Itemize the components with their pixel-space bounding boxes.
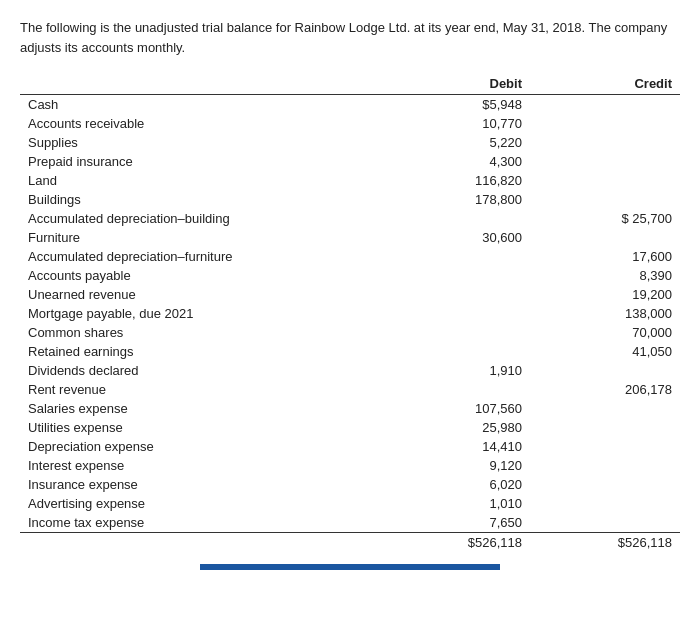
row-debit bbox=[380, 209, 530, 228]
row-label: Accumulated depreciation–building bbox=[20, 209, 380, 228]
table-row: Unearned revenue19,200 bbox=[20, 285, 680, 304]
row-label: Supplies bbox=[20, 133, 380, 152]
row-credit bbox=[530, 475, 680, 494]
row-credit bbox=[530, 399, 680, 418]
row-label: Prepaid insurance bbox=[20, 152, 380, 171]
row-label: Common shares bbox=[20, 323, 380, 342]
row-credit bbox=[530, 361, 680, 380]
row-credit bbox=[530, 114, 680, 133]
table-row: Dividends declared1,910 bbox=[20, 361, 680, 380]
totals-credit: $526,118 bbox=[530, 533, 680, 553]
row-label: Dividends declared bbox=[20, 361, 380, 380]
table-row: Furniture30,600 bbox=[20, 228, 680, 247]
row-label: Unearned revenue bbox=[20, 285, 380, 304]
table-row: Supplies5,220 bbox=[20, 133, 680, 152]
table-row: Utilities expense25,980 bbox=[20, 418, 680, 437]
row-credit bbox=[530, 171, 680, 190]
row-debit: 10,770 bbox=[380, 114, 530, 133]
row-debit: 5,220 bbox=[380, 133, 530, 152]
row-debit: 107,560 bbox=[380, 399, 530, 418]
row-debit: 25,980 bbox=[380, 418, 530, 437]
table-row: Cash$5,948 bbox=[20, 95, 680, 115]
row-label: Insurance expense bbox=[20, 475, 380, 494]
row-credit bbox=[530, 437, 680, 456]
row-label: Cash bbox=[20, 95, 380, 115]
row-label: Interest expense bbox=[20, 456, 380, 475]
row-credit: 8,390 bbox=[530, 266, 680, 285]
row-debit: 178,800 bbox=[380, 190, 530, 209]
table-row: Accounts receivable10,770 bbox=[20, 114, 680, 133]
row-label: Accumulated depreciation–furniture bbox=[20, 247, 380, 266]
row-label: Furniture bbox=[20, 228, 380, 247]
row-debit bbox=[380, 323, 530, 342]
table-row: Accumulated depreciation–building$ 25,70… bbox=[20, 209, 680, 228]
table-row: Advertising expense1,010 bbox=[20, 494, 680, 513]
row-debit bbox=[380, 247, 530, 266]
table-row: Interest expense9,120 bbox=[20, 456, 680, 475]
col-header-credit: Credit bbox=[530, 73, 680, 95]
row-label: Depreciation expense bbox=[20, 437, 380, 456]
intro-text: The following is the unadjusted trial ba… bbox=[20, 18, 680, 57]
row-credit bbox=[530, 494, 680, 513]
totals-row: $526,118 $526,118 bbox=[20, 533, 680, 553]
row-label: Accounts receivable bbox=[20, 114, 380, 133]
row-debit: 116,820 bbox=[380, 171, 530, 190]
row-debit: 30,600 bbox=[380, 228, 530, 247]
row-label: Utilities expense bbox=[20, 418, 380, 437]
table-row: Income tax expense7,650 bbox=[20, 513, 680, 533]
row-debit: 4,300 bbox=[380, 152, 530, 171]
table-row: Accumulated depreciation–furniture17,600 bbox=[20, 247, 680, 266]
table-row: Depreciation expense14,410 bbox=[20, 437, 680, 456]
row-credit: 17,600 bbox=[530, 247, 680, 266]
row-credit bbox=[530, 456, 680, 475]
table-row: Mortgage payable, due 2021138,000 bbox=[20, 304, 680, 323]
row-credit bbox=[530, 228, 680, 247]
row-debit bbox=[380, 285, 530, 304]
row-label: Buildings bbox=[20, 190, 380, 209]
row-credit: $ 25,700 bbox=[530, 209, 680, 228]
table-row: Accounts payable8,390 bbox=[20, 266, 680, 285]
row-credit bbox=[530, 95, 680, 115]
table-row: Buildings178,800 bbox=[20, 190, 680, 209]
row-label: Retained earnings bbox=[20, 342, 380, 361]
totals-debit: $526,118 bbox=[380, 533, 530, 553]
table-row: Prepaid insurance4,300 bbox=[20, 152, 680, 171]
row-credit: 206,178 bbox=[530, 380, 680, 399]
trial-balance-table: Debit Credit Cash$5,948Accounts receivab… bbox=[20, 73, 680, 552]
row-label: Mortgage payable, due 2021 bbox=[20, 304, 380, 323]
row-debit: $5,948 bbox=[380, 95, 530, 115]
row-label: Land bbox=[20, 171, 380, 190]
row-debit bbox=[380, 266, 530, 285]
row-credit bbox=[530, 513, 680, 533]
col-header-label bbox=[20, 73, 380, 95]
table-row: Land116,820 bbox=[20, 171, 680, 190]
row-debit bbox=[380, 380, 530, 399]
row-debit: 1,910 bbox=[380, 361, 530, 380]
table-row: Retained earnings41,050 bbox=[20, 342, 680, 361]
row-debit: 7,650 bbox=[380, 513, 530, 533]
row-debit: 9,120 bbox=[380, 456, 530, 475]
row-debit bbox=[380, 304, 530, 323]
row-credit: 41,050 bbox=[530, 342, 680, 361]
row-credit: 70,000 bbox=[530, 323, 680, 342]
table-row: Insurance expense6,020 bbox=[20, 475, 680, 494]
row-credit: 138,000 bbox=[530, 304, 680, 323]
row-credit bbox=[530, 190, 680, 209]
row-credit bbox=[530, 152, 680, 171]
row-credit: 19,200 bbox=[530, 285, 680, 304]
col-header-debit: Debit bbox=[380, 73, 530, 95]
row-credit bbox=[530, 133, 680, 152]
bottom-bar bbox=[200, 564, 500, 570]
table-row: Rent revenue206,178 bbox=[20, 380, 680, 399]
totals-label bbox=[20, 533, 380, 553]
table-row: Salaries expense107,560 bbox=[20, 399, 680, 418]
row-label: Accounts payable bbox=[20, 266, 380, 285]
row-debit: 6,020 bbox=[380, 475, 530, 494]
table-row: Common shares70,000 bbox=[20, 323, 680, 342]
row-credit bbox=[530, 418, 680, 437]
row-label: Salaries expense bbox=[20, 399, 380, 418]
row-debit: 1,010 bbox=[380, 494, 530, 513]
row-label: Income tax expense bbox=[20, 513, 380, 533]
row-label: Advertising expense bbox=[20, 494, 380, 513]
row-label: Rent revenue bbox=[20, 380, 380, 399]
